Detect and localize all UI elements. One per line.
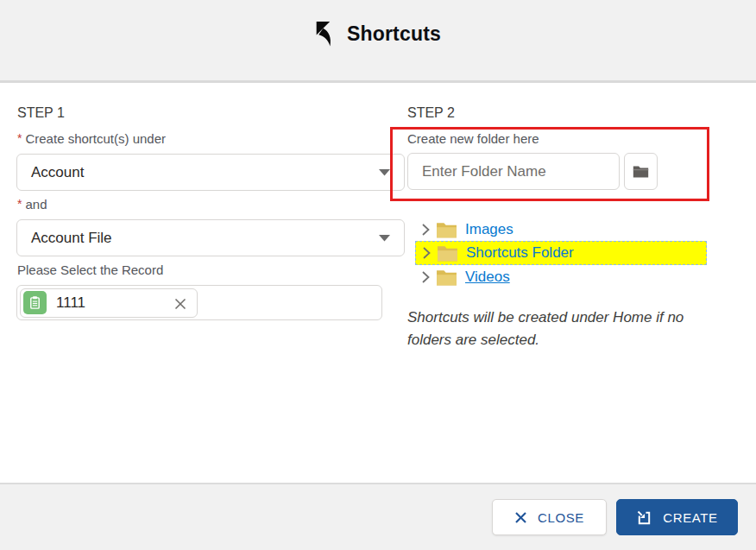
folder-name-input[interactable] bbox=[407, 153, 620, 190]
file-type-select-value: Account File bbox=[31, 230, 379, 247]
record-pill[interactable]: 1111 bbox=[20, 288, 198, 318]
record-icon bbox=[23, 291, 47, 314]
object-select-value: Account bbox=[31, 164, 379, 181]
home-fallback-note: Shortcuts will be created under Home if … bbox=[407, 307, 696, 351]
folder-icon bbox=[633, 165, 649, 178]
close-button[interactable]: CLOSE bbox=[492, 499, 607, 535]
record-label: Please Select the Record bbox=[17, 262, 163, 277]
tree-item-videos[interactable]: Videos bbox=[415, 266, 707, 288]
new-folder-label: Create new folder here bbox=[407, 131, 539, 146]
create-button[interactable]: CREATE bbox=[616, 499, 738, 535]
object-select[interactable]: Account bbox=[16, 154, 405, 191]
tree-link-shortcuts-folder[interactable]: Shortcuts Folder bbox=[466, 244, 574, 262]
required-asterisk: * bbox=[17, 131, 22, 145]
chevron-down-icon bbox=[379, 169, 390, 176]
create-under-label: *Create shortcut(s) under bbox=[17, 131, 166, 146]
folder-tree: Images Shortcuts Folder bbox=[415, 218, 707, 288]
required-asterisk: * bbox=[17, 197, 22, 211]
record-select-box[interactable]: 1111 bbox=[16, 285, 382, 320]
shortcuts-modal: Shortcuts STEP 1 *Create shortcut(s) und… bbox=[0, 0, 756, 550]
chevron-right-icon[interactable] bbox=[422, 224, 430, 236]
and-label: *and bbox=[17, 197, 47, 212]
step1-heading: STEP 1 bbox=[17, 105, 65, 121]
file-type-select[interactable]: Account File bbox=[16, 219, 405, 256]
create-folder-button[interactable] bbox=[624, 153, 658, 190]
chevron-right-icon[interactable] bbox=[423, 247, 431, 259]
chevron-down-icon bbox=[379, 235, 390, 242]
remove-record-icon[interactable] bbox=[173, 295, 194, 311]
folder-icon bbox=[436, 221, 457, 238]
create-button-label: CREATE bbox=[663, 510, 717, 525]
close-button-label: CLOSE bbox=[538, 510, 584, 525]
close-icon bbox=[514, 511, 527, 524]
tree-item-shortcuts-folder[interactable]: Shortcuts Folder bbox=[415, 241, 707, 265]
shortcut-icon bbox=[636, 509, 652, 526]
shortcut-arrow-icon bbox=[315, 21, 336, 47]
folder-icon bbox=[437, 244, 458, 262]
modal-title: Shortcuts bbox=[347, 22, 441, 46]
folder-icon bbox=[436, 269, 457, 286]
modal-header: Shortcuts bbox=[0, 0, 756, 83]
step2-heading: STEP 2 bbox=[407, 105, 455, 121]
tree-item-images[interactable]: Images bbox=[415, 218, 707, 240]
record-pill-label: 1111 bbox=[56, 294, 173, 312]
chevron-right-icon[interactable] bbox=[422, 271, 430, 283]
tree-link-images[interactable]: Images bbox=[465, 221, 513, 238]
tree-link-videos[interactable]: Videos bbox=[465, 269, 510, 286]
